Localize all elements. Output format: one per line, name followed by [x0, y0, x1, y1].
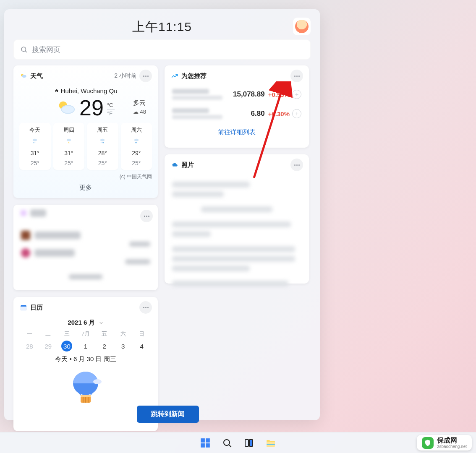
weather-icon	[19, 72, 28, 80]
svg-point-15	[134, 139, 139, 141]
trending-icon	[170, 72, 179, 80]
stock-value: 15,078.89	[233, 90, 265, 99]
svg-line-8	[35, 142, 35, 143]
sports-widget[interactable]	[13, 205, 158, 290]
svg-line-12	[101, 142, 102, 143]
profile-avatar[interactable]	[293, 18, 311, 35]
search-icon	[20, 46, 28, 53]
svg-rect-19	[21, 307, 26, 310]
shield-icon	[422, 437, 434, 449]
panel-header: 上午11:15	[4, 16, 320, 38]
sun-cloud-icon	[57, 98, 76, 117]
forecast-day[interactable]: 周六29°25°	[121, 123, 152, 170]
watermark-domain: zsbaocheng.net	[437, 444, 467, 449]
taskbar	[0, 432, 476, 453]
calendar-icon	[19, 303, 28, 312]
taskbar-search-button[interactable]	[222, 437, 233, 448]
svg-line-17	[136, 142, 137, 143]
svg-line-13	[102, 142, 103, 143]
svg-rect-30	[201, 438, 205, 443]
calendar-today-label: 今天 • 6 月 30 日 周三	[13, 355, 158, 363]
recommend-more-button[interactable]	[290, 70, 303, 82]
watermark-name: 保成网	[437, 437, 467, 444]
svg-rect-25	[81, 395, 91, 397]
sports-more-button[interactable]	[140, 210, 153, 222]
forecast-day[interactable]: 周四31°25°	[53, 123, 85, 170]
weather-condition: 多云	[133, 98, 146, 108]
svg-marker-10	[68, 142, 69, 143]
weather-updated: 2 小时前	[114, 72, 137, 80]
avatar-icon	[295, 20, 309, 33]
file-explorer-button[interactable]	[265, 437, 276, 448]
svg-point-0	[21, 47, 26, 52]
search-web-input[interactable]: 搜索网页	[13, 39, 311, 60]
calendar-month[interactable]: 2021 6 月	[13, 319, 158, 327]
svg-rect-32	[201, 443, 205, 448]
svg-line-16	[135, 142, 136, 143]
forecast-day[interactable]: 周五28°25°	[87, 123, 118, 170]
stock-change: +0.53%	[268, 91, 290, 98]
onedrive-icon	[170, 161, 179, 169]
clock: 上午11:15	[132, 18, 192, 36]
task-view-button[interactable]	[243, 437, 254, 448]
svg-rect-31	[206, 438, 210, 443]
photos-title: 照片	[181, 161, 194, 169]
calendar-day[interactable]: 3	[114, 340, 133, 352]
calendar-day[interactable]: 29	[39, 340, 58, 352]
svg-point-9	[67, 139, 71, 141]
add-watch-button[interactable]: +	[292, 109, 301, 118]
stock-change: +0.30%	[268, 110, 290, 117]
calendar-day[interactable]: 28	[20, 340, 39, 352]
calendar-more-button[interactable]	[139, 301, 152, 314]
svg-line-7	[34, 142, 34, 143]
weather-location: Hubei, Wuchang Qu	[13, 87, 158, 94]
svg-rect-33	[206, 443, 210, 448]
calendar-day[interactable]: 1	[76, 340, 95, 352]
photos-content-blurred	[165, 174, 309, 294]
recommend-details-link[interactable]: 前往详细列表	[165, 123, 309, 141]
widgets-panel: 上午11:15 搜索网页 天气 2 小时前	[4, 9, 320, 420]
recommend-title: 为您推荐	[181, 72, 207, 80]
weather-more-button[interactable]	[139, 70, 152, 82]
current-temp: 29	[79, 95, 104, 120]
calendar-day-today[interactable]: 30	[58, 340, 76, 352]
recommend-widget[interactable]: 为您推荐 15,078.89 +0.53% + 6.80 +0.30% + 前往…	[165, 65, 309, 148]
forecast-row: 今天31°25° 周四31°25° 周五28°25° 周六29°25°	[13, 120, 158, 172]
svg-point-34	[224, 440, 230, 445]
jump-to-news-button[interactable]: 跳转到新闻	[137, 406, 199, 423]
weather-aqi: ☁ 48	[133, 108, 146, 116]
add-watch-button[interactable]: +	[292, 90, 301, 99]
svg-point-11	[100, 139, 105, 141]
svg-line-14	[104, 142, 104, 143]
svg-point-5	[62, 105, 75, 113]
forecast-day[interactable]: 今天31°25°	[19, 123, 51, 170]
calendar-day[interactable]: 2	[95, 340, 114, 352]
photos-more-button[interactable]	[290, 159, 303, 171]
weather-widget[interactable]: 天气 2 小时前 Hubei, Wuchang Qu 29 °C°F 多云 ☁ …	[13, 65, 158, 198]
photos-widget[interactable]: 照片	[165, 154, 309, 284]
start-button[interactable]	[200, 437, 211, 448]
weather-source: (c) 中国天气网	[13, 172, 158, 180]
svg-line-1	[25, 51, 26, 52]
svg-rect-39	[267, 444, 275, 445]
calendar-widget[interactable]: 日历 2021 6 月 一二三7月五六日 28 29 30 1 2 3 4	[13, 297, 158, 431]
svg-point-6	[33, 139, 37, 141]
weather-title: 天气	[30, 72, 43, 80]
weather-more-link[interactable]: 更多	[13, 180, 158, 197]
balloon-illustration	[13, 369, 158, 411]
calendar-title: 日历	[30, 304, 43, 312]
stock-row[interactable]: 6.80 +0.30% +	[165, 104, 309, 123]
calendar-grid: 一二三7月五六日 28 29 30 1 2 3 4	[20, 330, 151, 352]
stock-value: 6.80	[251, 109, 265, 118]
watermark-badge: 保成网 zsbaocheng.net	[417, 435, 472, 450]
calendar-day[interactable]: 4	[132, 340, 151, 352]
search-placeholder: 搜索网页	[32, 45, 60, 55]
svg-line-35	[229, 445, 231, 447]
svg-point-21	[93, 379, 102, 384]
svg-rect-37	[249, 440, 253, 446]
chevron-down-icon	[99, 320, 104, 325]
svg-point-3	[22, 75, 26, 78]
svg-rect-36	[245, 440, 248, 446]
stock-row[interactable]: 15,078.89 +0.53% +	[165, 85, 309, 104]
